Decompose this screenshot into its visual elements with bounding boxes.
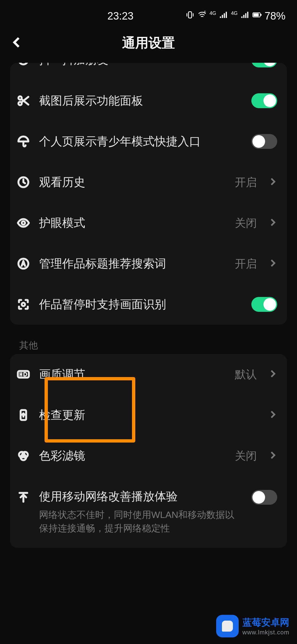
row-value: 默认: [235, 367, 257, 382]
toggle-screenshot-panel[interactable]: [251, 93, 277, 108]
chevron-right-icon: [268, 258, 277, 269]
watermark-logo-icon: [216, 615, 239, 637]
signal-icon-1: [219, 10, 228, 22]
svg-point-5: [19, 63, 28, 64]
vibrate-icon: [185, 10, 195, 22]
update-phone-icon: [16, 408, 31, 422]
battery-icon: [252, 10, 262, 22]
row-screenshot-panel[interactable]: 截图后展示功能面板: [10, 80, 287, 121]
row-label: 观看历史: [39, 174, 227, 190]
row-value: 开启: [235, 256, 257, 271]
clock-icon: [16, 175, 31, 190]
row-shake-add-friends[interactable]: 抖一抖加朋友: [10, 63, 287, 80]
shake-icon: [16, 63, 31, 67]
watermark: 蓝莓安卓网 www.lmkjst.com: [216, 615, 289, 637]
page-title: 通用设置: [122, 34, 175, 52]
chevron-left-icon: [10, 36, 24, 49]
svg-point-11: [22, 303, 25, 306]
row-description: 网络状态不佳时，同时使用WLAN和移动数据以保持连接通畅，提升网络稳定性: [39, 508, 243, 535]
scan-icon: [16, 297, 31, 312]
row-label: 使用移动网络改善播放体验: [39, 489, 243, 504]
status-time: 23:23: [12, 10, 185, 22]
back-button[interactable]: [10, 36, 24, 50]
row-mobile-improve[interactable]: 使用移动网络改善播放体验 网络状态不佳时，同时使用WLAN和移动数据以保持连接通…: [10, 476, 287, 548]
row-label: 画质调节: [39, 367, 227, 382]
settings-section-other: 画质调节 默认 检查更新 色彩滤镜 关闭 使用移动网络改善播放体验 网络状态不佳…: [10, 354, 287, 548]
color-filter-icon: [16, 448, 31, 463]
chevron-right-icon: [268, 451, 277, 461]
row-label: 管理作品标题推荐搜索词: [39, 256, 227, 271]
svg-rect-4: [260, 14, 261, 16]
row-label: 个人页展示青少年模式快捷入口: [39, 134, 243, 149]
row-pause-recognition[interactable]: 作品暂停时支持画面识别: [10, 284, 287, 325]
watermark-name: 蓝莓安卓网: [243, 616, 289, 629]
row-value: 关闭: [235, 215, 257, 231]
status-battery: 78%: [265, 10, 285, 22]
hd-icon: [16, 367, 31, 382]
row-youth-mode-shortcut[interactable]: 个人页展示青少年模式快捷入口: [10, 121, 287, 162]
row-watch-history[interactable]: 观看历史 开启: [10, 162, 287, 203]
row-label: 检查更新: [39, 407, 260, 423]
settings-section-main: 抖一抖加朋友 截图后展示功能面板 个人页展示青少年模式快捷入口 观看历史 开启 …: [10, 63, 287, 325]
status-bar: 23:23 6 4G 4G 78%: [0, 0, 297, 26]
svg-rect-0: [188, 12, 191, 18]
row-color-filter[interactable]: 色彩滤镜 关闭: [10, 435, 287, 476]
watermark-url: www.lmkjst.com: [243, 629, 289, 636]
section-title-other: 其他: [19, 339, 297, 352]
status-indicators: 6 4G 4G 78%: [185, 10, 285, 22]
wifi-icon: 6: [197, 10, 207, 22]
row-quality[interactable]: 画质调节 默认: [10, 354, 287, 395]
toggle-shake[interactable]: [251, 63, 277, 67]
page-header: 通用设置: [0, 26, 297, 59]
a-circle-icon: [16, 256, 31, 271]
row-label: 色彩滤镜: [39, 448, 227, 463]
svg-point-9: [22, 221, 25, 225]
row-label: 抖一抖加朋友: [39, 63, 243, 68]
chevron-right-icon: [268, 177, 277, 187]
row-label: 护眼模式: [39, 215, 227, 231]
row-label: 作品暂停时支持画面识别: [39, 297, 243, 312]
eye-icon: [16, 215, 31, 230]
row-value: 开启: [235, 175, 257, 190]
toggle-pause-recognition[interactable]: [251, 297, 277, 312]
chevron-right-icon: [268, 410, 277, 420]
row-value: 关闭: [235, 448, 257, 463]
chevron-right-icon: [268, 369, 277, 380]
chevron-right-icon: [268, 218, 277, 228]
signal-4g-label-2: 4G: [231, 10, 238, 16]
signal-icon-2: [240, 10, 250, 22]
row-check-update[interactable]: 检查更新: [10, 395, 287, 435]
toggle-youth-mode[interactable]: [251, 134, 277, 149]
svg-text:6: 6: [204, 10, 206, 13]
row-title-keywords[interactable]: 管理作品标题推荐搜索词 开启: [10, 243, 287, 284]
row-eye-care[interactable]: 护眼模式 关闭: [10, 203, 287, 243]
toggle-mobile-improve[interactable]: [251, 490, 277, 505]
row-label: 截图后展示功能面板: [39, 93, 243, 108]
signal-4g-label-1: 4G: [210, 10, 216, 16]
umbrella-icon: [16, 134, 31, 149]
upload-icon: [16, 490, 31, 505]
svg-rect-3: [253, 13, 258, 16]
scissors-icon: [16, 93, 31, 108]
